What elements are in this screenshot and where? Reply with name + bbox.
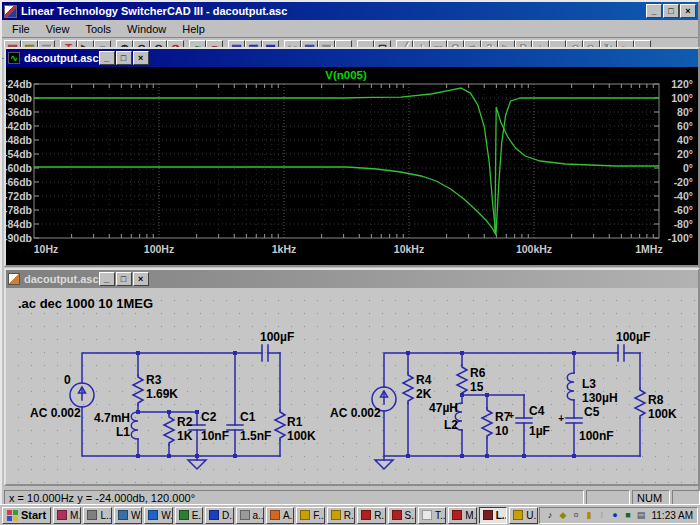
ground-symbol-left[interactable]: [188, 460, 206, 469]
taskbar-button-0[interactable]: M...: [53, 507, 81, 524]
schematic-window-title-bar[interactable]: dacoutput.asc _ □ ×: [6, 270, 698, 288]
svg-text:100K: 100K: [648, 407, 677, 421]
waveform-window-title: dacoutput.asc: [24, 52, 99, 64]
menu-help[interactable]: Help: [174, 21, 213, 37]
y-left-tick: -66db: [6, 176, 32, 188]
taskbar-button-4[interactable]: E...: [175, 507, 203, 524]
minimize-button[interactable]: _: [646, 4, 662, 18]
svg-text:100nF: 100nF: [579, 429, 614, 443]
svg-text:47µH: 47µH: [429, 401, 458, 415]
scheduler-icon[interactable]: ◆: [557, 510, 568, 521]
plot-canvas[interactable]: -24db-30db-36db-42db-48db-54db-60db-66db…: [6, 67, 698, 265]
sch-minimize-button[interactable]: _: [99, 272, 115, 286]
schematic-icon: [8, 273, 20, 285]
schematic-window-title: dacoutput.asc: [24, 273, 99, 285]
key-icon[interactable]: ¤: [570, 510, 581, 521]
volume-icon[interactable]: ♪: [544, 510, 555, 521]
taskbar-button-6[interactable]: a...: [236, 507, 264, 524]
taskbar-button-15[interactable]: U...: [509, 507, 537, 524]
taskbar-button-7[interactable]: A...: [266, 507, 294, 524]
resistor-r2[interactable]: [164, 415, 174, 445]
svg-text:10: 10: [495, 424, 509, 438]
svg-text:+: +: [558, 413, 564, 424]
resistor-r7[interactable]: [482, 408, 492, 438]
plot-maximize-button[interactable]: □: [116, 51, 132, 65]
printer-icon[interactable]: ▤: [635, 510, 646, 521]
y-right-tick: 80°: [677, 106, 693, 118]
waveform-window: ∿ dacoutput.asc _ □ × -24db-30db-36db-42…: [4, 47, 700, 267]
svg-text:C1: C1: [240, 410, 256, 424]
taskbar-button-9[interactable]: R...: [327, 507, 355, 524]
inductor-l1[interactable]: [131, 412, 138, 439]
y-right-tick: 40°: [677, 134, 693, 146]
resistor-r8[interactable]: [635, 388, 645, 418]
trace-magnitude_db: [34, 88, 659, 235]
battery-icon[interactable]: ▮: [583, 510, 594, 521]
resistor-r4[interactable]: [403, 373, 413, 403]
y-right-tick: 60°: [677, 120, 693, 132]
power-icon[interactable]: !: [596, 510, 607, 521]
svg-text:C2: C2: [201, 410, 217, 424]
x-axis-tick: 100Hz: [144, 243, 174, 255]
schematic-canvas[interactable]: .ac dec 1000 10 1MEG: [6, 288, 698, 484]
update-icon[interactable]: ●: [609, 510, 620, 521]
app-icon: [270, 510, 280, 520]
taskbar-button-13[interactable]: M...: [448, 507, 476, 524]
taskbar-button-5[interactable]: D...: [205, 507, 233, 524]
display-icon[interactable]: ■: [622, 510, 633, 521]
ground-symbol-right[interactable]: [375, 460, 393, 469]
taskbar-button-8[interactable]: F...: [296, 507, 324, 524]
menu-bar: FileViewToolsWindowHelp: [2, 20, 698, 38]
taskbar-button-3[interactable]: W...: [144, 507, 172, 524]
num-lock-indicator: NUM: [632, 490, 670, 505]
app-icon: [300, 510, 310, 520]
plot-minimize-button[interactable]: _: [99, 51, 115, 65]
resistor-r1[interactable]: [275, 410, 285, 440]
close-button[interactable]: ×: [680, 4, 696, 18]
svg-text:100µF: 100µF: [260, 330, 294, 344]
sch-close-button[interactable]: ×: [133, 272, 149, 286]
taskbar-button-1[interactable]: L...: [83, 507, 111, 524]
resistor-r6[interactable]: [457, 365, 467, 395]
y-left-tick: -42db: [6, 120, 32, 132]
taskbar-button-11[interactable]: S...: [388, 507, 416, 524]
component-labels: 0 AC 0.002 R3 1.69K 4.7mH L1 R2 1K C2 10…: [30, 330, 677, 443]
app-title: Linear Technology SwitcherCAD III - daco…: [21, 5, 646, 17]
x-axis-tick: 100kHz: [516, 243, 552, 255]
svg-text:2K: 2K: [416, 387, 432, 401]
sch-maximize-button[interactable]: □: [116, 272, 132, 286]
menu-tools[interactable]: Tools: [77, 21, 119, 37]
windows-logo-icon: [7, 510, 18, 521]
y-left-tick: -24db: [6, 78, 32, 90]
y-left-tick: -30db: [6, 92, 32, 104]
app-icon: [240, 510, 250, 520]
bode-plot[interactable]: -24db-30db-36db-42db-48db-54db-60db-66db…: [6, 67, 698, 265]
svg-text:C5: C5: [584, 405, 600, 419]
maximize-button[interactable]: □: [663, 4, 679, 18]
svg-text:+: +: [508, 410, 514, 421]
taskbar-button-10[interactable]: R...: [357, 507, 385, 524]
app-icon: [422, 510, 432, 520]
y-left-tick: -48db: [6, 134, 32, 146]
taskbar-clock: 11:23 AM: [648, 510, 693, 521]
taskbar-button-14[interactable]: L...: [479, 507, 507, 524]
app-icon: [4, 5, 17, 18]
y-right-tick: -100°: [668, 232, 693, 244]
menu-file[interactable]: File: [4, 21, 38, 37]
app-title-bar[interactable]: Linear Technology SwitcherCAD III - daco…: [2, 2, 698, 20]
svg-text:R6: R6: [470, 366, 486, 380]
taskbar-button-2[interactable]: W...: [114, 507, 142, 524]
inductor-l3[interactable]: [567, 373, 574, 400]
svg-text:1µF: 1µF: [529, 424, 550, 438]
app-icon: [483, 510, 493, 520]
start-button[interactable]: Start: [2, 507, 51, 524]
right-circuit: [372, 345, 645, 469]
menu-view[interactable]: View: [38, 21, 78, 37]
menu-window[interactable]: Window: [119, 21, 174, 37]
app-icon: [452, 510, 462, 520]
plot-close-button[interactable]: ×: [133, 51, 149, 65]
waveform-window-title-bar[interactable]: ∿ dacoutput.asc _ □ ×: [6, 49, 698, 67]
resistor-r3[interactable]: [133, 375, 143, 405]
taskbar-button-12[interactable]: T...: [418, 507, 446, 524]
voltage-source-v1[interactable]: [70, 383, 94, 407]
